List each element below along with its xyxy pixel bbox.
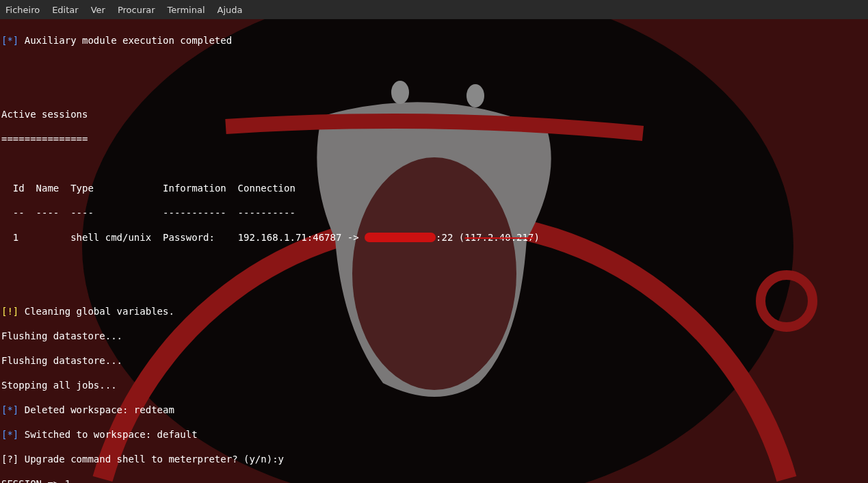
session-row-1: 1 shell cmd/unix Password: 192.168.1.71:… xyxy=(1,231,867,244)
aux-complete-text: Auxiliary module execution completed xyxy=(18,35,232,46)
redacted-ip xyxy=(365,233,436,242)
flush1-text: Flushing datastore... xyxy=(1,330,867,342)
menubar: Ficheiro Editar Ver Procurar Terminal Aj… xyxy=(0,0,868,19)
menu-editar[interactable]: Editar xyxy=(52,5,79,15)
active-sessions-heading: Active sessions xyxy=(1,108,867,120)
active-sessions-underline: =============== xyxy=(1,133,867,145)
cleaning-text: Cleaning global variables. xyxy=(18,306,174,317)
tag-bang-icon: [!] xyxy=(1,306,18,317)
menu-terminal[interactable]: Terminal xyxy=(168,5,205,15)
upgrade-q-text: Upgrade command shell to meterpreter? (y… xyxy=(18,454,284,465)
tag-star-icon: [*] xyxy=(1,429,18,440)
menu-procurar[interactable]: Procurar xyxy=(118,5,155,15)
menu-ficheiro[interactable]: Ficheiro xyxy=(5,5,40,15)
tag-q-icon: [?] xyxy=(1,454,18,465)
stopping-text: Stopping all jobs... xyxy=(1,379,867,391)
menu-ajuda[interactable]: Ajuda xyxy=(218,5,243,15)
flush2-text: Flushing datastore... xyxy=(1,354,867,367)
session-set-text: SESSION => 1 xyxy=(1,478,867,483)
sessions-header-row: Id Name Type Information Connection xyxy=(1,182,867,194)
tag-star-icon: [*] xyxy=(1,35,18,46)
menu-ver[interactable]: Ver xyxy=(91,5,105,15)
del-ws-text: Deleted workspace: redteam xyxy=(18,404,174,415)
sessions-dash-row: -- ---- ---- ----------- ---------- xyxy=(1,207,867,219)
sw-ws-text: Switched to workspace: default xyxy=(18,429,197,440)
terminal-output[interactable]: [*] Auxiliary module execution completed… xyxy=(0,19,868,483)
redacted-ip-text: 117.2.40.217 xyxy=(464,232,534,243)
tag-star-icon: [*] xyxy=(1,404,18,415)
